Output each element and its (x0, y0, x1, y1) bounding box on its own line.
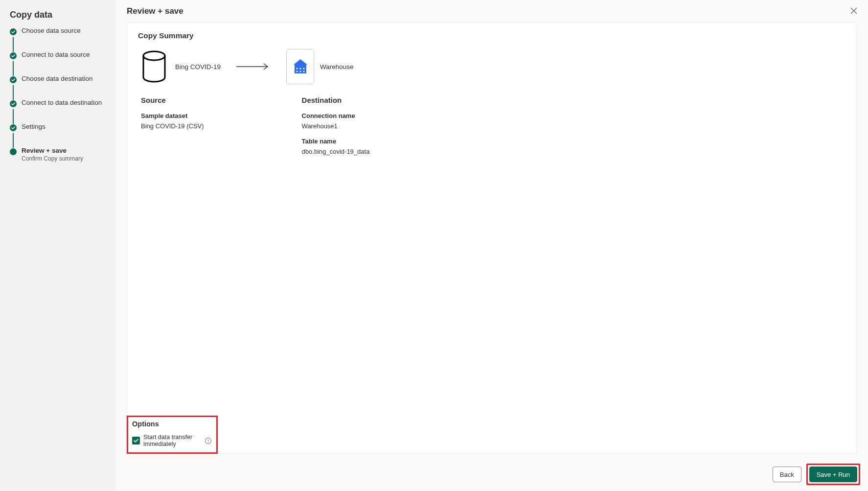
check-icon (10, 100, 17, 107)
info-icon[interactable]: i (205, 438, 211, 444)
svg-point-2 (143, 51, 165, 60)
svg-point-10 (299, 70, 301, 72)
start-transfer-label: Start data transfer immediately (143, 434, 201, 447)
wizard-step-connector (13, 109, 14, 124)
wizard-step-connector (13, 37, 14, 52)
connection-name-label: Connection name (302, 112, 370, 119)
table-name-value: dbo.bing_covid-19_data (302, 148, 370, 155)
wizard-step-connector (13, 85, 14, 100)
check-icon (10, 76, 17, 83)
table-name-label: Table name (302, 138, 370, 145)
database-icon (141, 50, 167, 83)
connection-name-value: Warehouse1 (302, 122, 370, 130)
svg-point-9 (296, 70, 297, 72)
options-section: Options Start data transfer immediately … (127, 416, 218, 454)
wizard-step-connector (13, 133, 14, 148)
wizard-step-label: Review + save (22, 147, 83, 154)
wizard-steps: Choose data source Connect to data sourc… (10, 27, 109, 166)
close-icon (850, 7, 857, 16)
summary-diagram: Bing COVID-19 (141, 49, 846, 84)
wizard-step-sublabel: Confirm Copy summary (22, 155, 83, 162)
save-run-button[interactable]: Save + Run (809, 467, 857, 482)
back-button[interactable]: Back (773, 467, 801, 482)
main-panel: Review + save Copy Summary Bing COV (116, 0, 868, 491)
wizard-footer: Back Save + Run (116, 454, 868, 491)
wizard-step-connect-source[interactable]: Connect to data source (10, 51, 109, 62)
copy-summary-panel: Copy Summary Bing COVID-19 (127, 23, 857, 454)
source-column: Source Sample dataset Bing COVID-19 (CSV… (141, 96, 204, 163)
save-run-highlight: Save + Run (806, 464, 860, 485)
wizard-step-settings[interactable]: Settings (10, 123, 109, 134)
destination-heading: Destination (302, 96, 370, 104)
svg-marker-4 (294, 59, 307, 65)
source-dataset-value: Bing COVID-19 (CSV) (141, 122, 204, 130)
wizard-step-label: Choose data destination (22, 75, 93, 82)
wizard-title: Copy data (10, 10, 109, 20)
wizard-step-choose-source[interactable]: Choose data source (10, 27, 109, 38)
wizard-step-choose-dest[interactable]: Choose data destination (10, 75, 109, 86)
svg-point-7 (299, 68, 301, 69)
start-transfer-checkbox[interactable] (132, 437, 140, 444)
destination-column: Destination Connection name Warehouse1 T… (302, 96, 370, 163)
wizard-step-connector (13, 61, 14, 76)
page-title: Review + save (127, 6, 183, 16)
warehouse-icon (286, 49, 314, 84)
wizard-step-label: Settings (22, 123, 46, 130)
wizard-step-review-save[interactable]: Review + save Confirm Copy summary (10, 147, 109, 166)
wizard-step-label: Connect to data source (22, 51, 90, 58)
panel-title: Copy Summary (138, 31, 846, 40)
wizard-sidebar: Copy data Choose data source Connect to … (0, 0, 116, 491)
check-icon (10, 52, 17, 59)
diagram-destination-label: Warehouse (320, 63, 354, 70)
diagram-source-label: Bing COVID-19 (175, 63, 221, 70)
wizard-step-connect-dest[interactable]: Connect to data destination (10, 99, 109, 110)
diagram-source: Bing COVID-19 (141, 50, 221, 83)
svg-point-11 (303, 70, 304, 72)
svg-point-8 (303, 68, 304, 69)
check-icon (133, 438, 139, 444)
step-current-icon (10, 148, 17, 155)
check-icon (10, 124, 17, 131)
source-heading: Source (141, 96, 204, 104)
source-dataset-label: Sample dataset (141, 112, 204, 119)
svg-point-6 (296, 68, 297, 69)
options-heading: Options (132, 420, 211, 428)
summary-columns: Source Sample dataset Bing COVID-19 (CSV… (141, 96, 846, 163)
wizard-step-label: Connect to data destination (22, 99, 102, 106)
diagram-destination: Warehouse (286, 49, 354, 84)
arrow-right-icon (235, 63, 272, 70)
close-button[interactable] (847, 5, 860, 18)
check-icon (10, 28, 17, 35)
wizard-step-label: Choose data source (22, 27, 81, 34)
